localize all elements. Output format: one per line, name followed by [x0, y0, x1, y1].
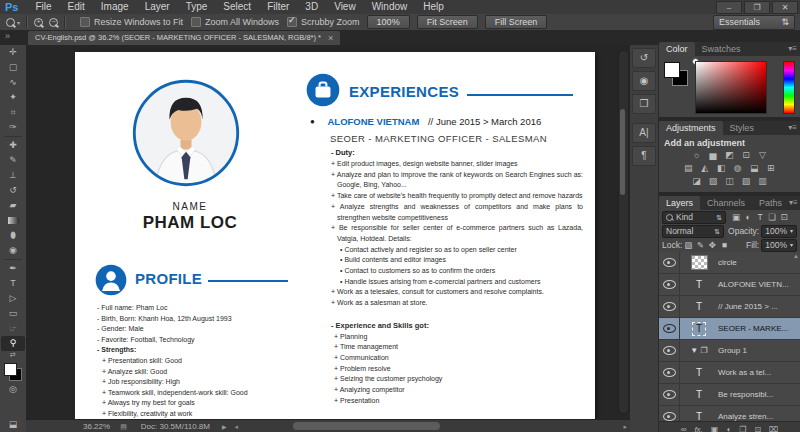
filter-type-layers-icon[interactable]: T — [754, 212, 766, 222]
tab-styles[interactable]: Styles — [723, 121, 762, 135]
vertical-scrollbar-thumb[interactable] — [620, 109, 625, 195]
menu-type[interactable]: Type — [178, 0, 216, 14]
layer-filter-dropdown[interactable]: Kind ⇅ — [662, 211, 726, 224]
panel-menu-icon[interactable]: ▾≡ — [788, 121, 797, 135]
resize-windows-checkbox[interactable] — [80, 17, 90, 27]
scroll-left-icon[interactable]: ◂ — [235, 423, 239, 431]
status-flyout-icon[interactable]: ▶ — [222, 423, 227, 430]
vertical-scrollbar[interactable] — [618, 50, 629, 414]
screen-mode-button[interactable]: ⬓ — [1, 417, 25, 432]
menu-image[interactable]: Image — [93, 0, 137, 14]
menu-layer[interactable]: Layer — [137, 0, 178, 14]
scroll-right-icon[interactable]: ▸ — [623, 423, 627, 431]
visibility-eye-icon[interactable] — [663, 412, 676, 421]
visibility-eye-icon[interactable] — [663, 258, 676, 267]
zoom-100-button[interactable]: 100% — [367, 15, 410, 29]
color-balance-icon[interactable]: ◭ — [698, 162, 712, 175]
visibility-eye-icon[interactable] — [663, 324, 676, 333]
crop-tool[interactable]: ⌗ — [1, 105, 25, 120]
filter-smart-objects-icon[interactable]: ⊡ — [778, 212, 790, 222]
layer-style-fx-icon[interactable]: fx. — [694, 425, 702, 432]
layer-row-text[interactable]: T Analyze stren... — [659, 406, 800, 421]
clone-stamp-tool[interactable]: ⊥ — [1, 168, 25, 183]
eyedropper-tool[interactable]: ✑ — [1, 120, 25, 135]
scrubby-zoom-checkbox[interactable]: ✓ — [287, 17, 297, 27]
selective-color-icon[interactable]: ▥ — [756, 175, 770, 188]
threshold-icon[interactable]: ◫ — [723, 175, 737, 188]
fit-screen-button[interactable]: Fit Screen — [417, 15, 478, 29]
character-panel-icon[interactable]: A| — [632, 123, 656, 143]
zoom-out-icon[interactable]: − — [49, 18, 58, 27]
exposure-icon[interactable]: ⊡ — [739, 149, 753, 162]
document-tab[interactable]: CV-English.psd @ 36.2% (SEOER - MARKETIN… — [28, 31, 340, 45]
black-white-icon[interactable]: ◧ — [714, 162, 728, 175]
info-panel-icon[interactable]: ◉ — [632, 71, 656, 91]
layer-row-group[interactable]: ▼ ❐ Group 1 — [659, 340, 800, 362]
tab-layers[interactable]: Layers — [659, 196, 700, 210]
layer-row-selected[interactable]: T SEOER - MARKE... — [659, 318, 800, 340]
zoom-level-field[interactable]: 36.22% — [83, 422, 110, 431]
scroll-up-icon[interactable]: ▲ — [793, 253, 799, 259]
layer-row-text[interactable]: T // June 2015 > ... — [659, 296, 800, 318]
curves-icon[interactable]: ◩ — [723, 149, 737, 162]
type-tool[interactable]: T — [1, 276, 25, 291]
layer-comps-panel-icon[interactable]: ❐ — [632, 94, 656, 114]
menu-edit[interactable]: Edit — [60, 0, 93, 14]
tab-paths[interactable]: Paths — [752, 196, 789, 210]
panel-menu-icon[interactable]: ▾≡ — [788, 42, 797, 56]
tab-swatches[interactable]: Swatches — [695, 42, 748, 56]
eraser-tool[interactable]: ▰ — [1, 198, 25, 213]
minimize-button[interactable]: – — [716, 1, 742, 14]
history-brush-tool[interactable]: ↺ — [1, 183, 25, 198]
new-group-icon[interactable]: ❐ — [739, 425, 746, 432]
tab-channels[interactable]: Channels — [700, 196, 752, 210]
visibility-eye-icon[interactable] — [663, 302, 676, 311]
foreground-background-swatches[interactable] — [3, 362, 23, 382]
fill-field[interactable]: 100% ▾ — [761, 239, 797, 252]
hue-ramp[interactable] — [783, 61, 795, 114]
swap-colors-icon[interactable]: ⇄ — [10, 351, 16, 359]
lock-transparency-icon[interactable]: ▨ — [682, 240, 694, 250]
delete-layer-icon[interactable]: ⌧ — [769, 425, 778, 432]
layer-row-circle[interactable]: circle — [659, 252, 800, 274]
layer-row-text[interactable]: T Work as a tel... — [659, 362, 800, 384]
tool-preset-caret-icon[interactable]: ▾ — [17, 19, 20, 26]
history-panel-icon[interactable]: ↺ — [632, 48, 656, 68]
opacity-field[interactable]: 100% ▾ — [761, 225, 797, 238]
photo-filter-icon[interactable]: ◍ — [731, 162, 745, 175]
add-layer-mask-icon[interactable]: ▣ — [711, 425, 719, 432]
group-expander-icon[interactable]: ▼ — [690, 346, 698, 355]
zoom-tool[interactable]: ⚲ — [1, 336, 25, 351]
visibility-eye-icon[interactable] — [663, 368, 676, 377]
paragraph-panel-icon[interactable]: ¶ — [632, 146, 656, 166]
blend-mode-dropdown[interactable]: Normal ⇅ — [662, 225, 724, 238]
dodge-tool[interactable]: ◉ — [1, 243, 25, 258]
link-layers-icon[interactable]: ∞ — [681, 425, 687, 432]
visibility-eye-icon[interactable] — [663, 346, 676, 355]
visibility-eye-icon[interactable] — [663, 280, 676, 289]
close-button[interactable]: ✕ — [772, 1, 798, 14]
quick-selection-tool[interactable]: ✦ — [1, 90, 25, 105]
hue-saturation-icon[interactable]: ▤ — [681, 162, 695, 175]
foreground-color-swatch[interactable] — [4, 363, 17, 376]
lock-all-icon[interactable]: ■ — [718, 240, 730, 250]
invert-icon[interactable]: ◪ — [689, 175, 703, 188]
color-lookup-icon[interactable]: ⊞ — [764, 162, 778, 175]
gradient-map-icon[interactable]: ▧ — [739, 175, 753, 188]
shape-tool[interactable]: ▭ — [1, 306, 25, 321]
brush-tool[interactable]: ✎ — [1, 153, 25, 168]
horizontal-scrollbar-thumb[interactable] — [293, 422, 440, 430]
restore-button[interactable]: ❐ — [744, 1, 770, 14]
tab-close-icon[interactable]: × — [328, 31, 333, 45]
brightness-contrast-icon[interactable]: ☼ — [689, 149, 703, 162]
panel-menu-icon[interactable]: ▾≡ — [789, 196, 798, 210]
filter-shape-layers-icon[interactable]: ❏ — [766, 212, 778, 222]
lock-position-icon[interactable]: ✥ — [706, 240, 718, 250]
gradient-tool[interactable] — [1, 213, 25, 228]
menu-help[interactable]: Help — [415, 0, 452, 14]
layer-row-text[interactable]: T Be responsibl... — [659, 384, 800, 406]
zoom-tool-icon[interactable] — [6, 18, 15, 27]
tab-color[interactable]: Color — [659, 42, 695, 56]
menu-filter[interactable]: Filter — [259, 0, 297, 14]
pen-tool[interactable]: ✒ — [1, 261, 25, 276]
